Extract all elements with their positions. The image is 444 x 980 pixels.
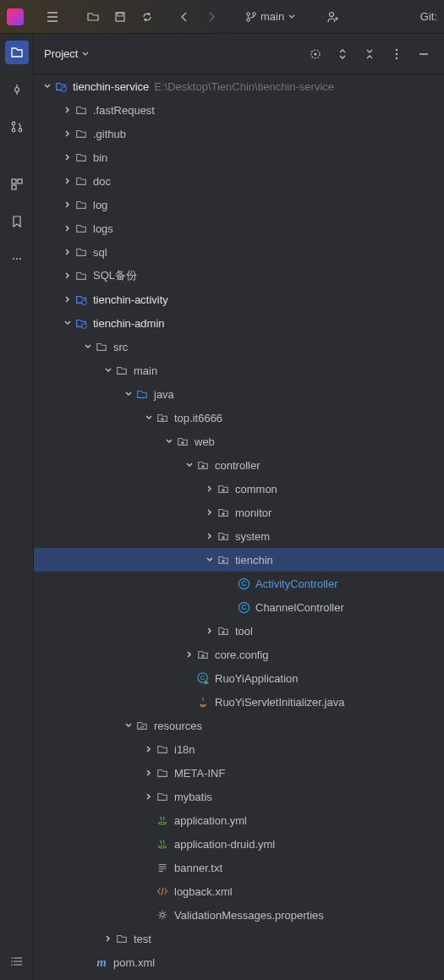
tree-node[interactable]: controller <box>34 453 444 477</box>
tree-node[interactable]: SQL备份 <box>34 264 444 287</box>
tree-node[interactable]: .github <box>34 122 444 145</box>
tree-node[interactable]: CRuoYiApplication <box>34 666 444 690</box>
chevron-right-icon[interactable] <box>203 506 217 519</box>
chevron-right-icon[interactable] <box>61 151 74 164</box>
git-branch-selector[interactable]: main <box>240 10 301 23</box>
expand-icon[interactable] <box>332 44 353 64</box>
chevron-right-icon[interactable] <box>203 529 217 543</box>
node-label: sql <box>93 246 107 259</box>
sync-icon[interactable] <box>135 5 159 29</box>
chevron-right-icon[interactable] <box>61 127 74 140</box>
chevron-right-icon[interactable] <box>61 198 74 211</box>
user-add-icon[interactable] <box>321 5 345 29</box>
minimize-icon[interactable] <box>414 44 434 64</box>
tree-node[interactable]: banner.txt <box>34 856 444 879</box>
tree-node[interactable]: logback.xml <box>34 879 444 903</box>
chevron-down-icon[interactable] <box>203 553 217 567</box>
tree-node[interactable]: test <box>34 927 444 950</box>
chevron-right-icon[interactable] <box>101 932 115 945</box>
tree-node[interactable]: src <box>34 335 444 359</box>
tree-node[interactable]: sql <box>34 240 444 264</box>
chevron-right-icon[interactable] <box>142 766 156 780</box>
tree-node[interactable]: top.it6666 <box>34 406 444 430</box>
svg-point-22 <box>396 52 397 54</box>
chevron-right-icon[interactable] <box>61 293 74 306</box>
back-icon[interactable] <box>173 5 196 29</box>
chevron-down-icon[interactable] <box>101 364 115 377</box>
chevron-down-icon[interactable] <box>142 411 156 424</box>
chevron-right-icon[interactable] <box>203 482 217 495</box>
tree-node[interactable]: core.config <box>34 643 444 666</box>
chevron-right-icon[interactable] <box>61 245 74 259</box>
panel-title-dropdown[interactable]: Project <box>44 47 90 60</box>
chevron-right-icon[interactable] <box>61 269 74 282</box>
tree-node[interactable]: system <box>34 524 444 548</box>
tree-node[interactable]: .fastRequest <box>34 98 444 122</box>
tree-node[interactable]: mybatis <box>34 785 444 808</box>
chevron-right-icon[interactable] <box>183 648 196 661</box>
tree-node[interactable]: logs <box>34 216 444 240</box>
forward-icon[interactable] <box>200 5 223 29</box>
chevron-down-icon[interactable] <box>81 340 95 353</box>
chevron-down-icon[interactable] <box>183 458 196 472</box>
xml-icon <box>156 884 169 898</box>
menu-icon[interactable] <box>41 5 64 29</box>
project-panel-header: Project <box>34 34 444 74</box>
chevron-down-icon[interactable] <box>122 719 135 732</box>
tree-node[interactable]: i18n <box>34 737 444 761</box>
tree-node[interactable]: resources <box>34 714 444 737</box>
tree-node[interactable]: tool <box>34 619 444 643</box>
chevron-right-icon[interactable] <box>142 742 156 756</box>
tree-node[interactable]: RuoYiServletInitializer.java <box>34 690 444 714</box>
tree-node[interactable]: tienchin-admin <box>34 311 444 335</box>
tree-node[interactable]: web <box>34 430 444 453</box>
tree-node[interactable]: common <box>34 477 444 501</box>
node-label: i18n <box>174 743 195 756</box>
tree-node[interactable]: ValidationMessages.properties <box>34 903 444 927</box>
project-tree[interactable]: tienchin-service E:\Desktop\TienChin\tie… <box>34 74 444 980</box>
tree-root[interactable]: tienchin-service E:\Desktop\TienChin\tie… <box>34 74 444 98</box>
collapse-icon[interactable] <box>359 44 380 64</box>
tree-node[interactable]: log <box>34 193 444 216</box>
more-tool-icon[interactable] <box>5 247 29 271</box>
tree-node[interactable]: doc <box>34 169 444 193</box>
tree-node[interactable]: application.yml <box>34 808 444 832</box>
tree-node[interactable]: monitor <box>34 501 444 524</box>
tree-node[interactable]: mpom.xml <box>34 950 444 974</box>
list-tool-icon[interactable] <box>5 950 29 973</box>
node-label: banner.txt <box>174 862 222 874</box>
project-tool-icon[interactable] <box>5 41 29 64</box>
chevron-right-icon[interactable] <box>142 790 156 803</box>
tree-node[interactable]: application-druid.yml <box>34 832 444 856</box>
chevron-right-icon[interactable] <box>61 174 74 188</box>
commit-tool-icon[interactable] <box>5 78 29 101</box>
pkg-icon <box>217 624 230 638</box>
tree-node[interactable]: bin <box>34 145 444 169</box>
tree-node[interactable]: tienchin-activity <box>34 287 444 311</box>
chevron-right-icon[interactable] <box>203 624 217 638</box>
bookmarks-tool-icon[interactable] <box>5 210 29 233</box>
yml-icon <box>156 813 169 827</box>
tree-node[interactable]: META-INF <box>34 761 444 785</box>
tree-node[interactable]: java <box>34 382 444 406</box>
chevron-down-icon[interactable] <box>61 316 74 330</box>
node-label: log <box>93 199 107 211</box>
tree-node[interactable]: CChannelController <box>34 595 444 619</box>
arrow-placeholder <box>223 600 237 614</box>
chevron-right-icon[interactable] <box>61 103 74 117</box>
structure-tool-icon[interactable] <box>5 172 29 196</box>
save-icon[interactable] <box>108 5 132 29</box>
chevron-right-icon[interactable] <box>61 222 74 235</box>
locate-icon[interactable] <box>305 44 326 64</box>
options-icon[interactable] <box>386 44 407 64</box>
tree-node[interactable]: tienchin <box>34 548 444 572</box>
node-label: logback.xml <box>174 885 233 898</box>
branch-label: main <box>260 10 284 23</box>
svg-text:C: C <box>241 579 246 588</box>
chevron-down-icon[interactable] <box>122 387 135 401</box>
tree-node[interactable]: CActivityController <box>34 572 444 595</box>
open-icon[interactable] <box>81 5 105 29</box>
pr-tool-icon[interactable] <box>5 115 29 139</box>
tree-node[interactable]: main <box>34 359 444 382</box>
chevron-down-icon[interactable] <box>162 435 176 448</box>
